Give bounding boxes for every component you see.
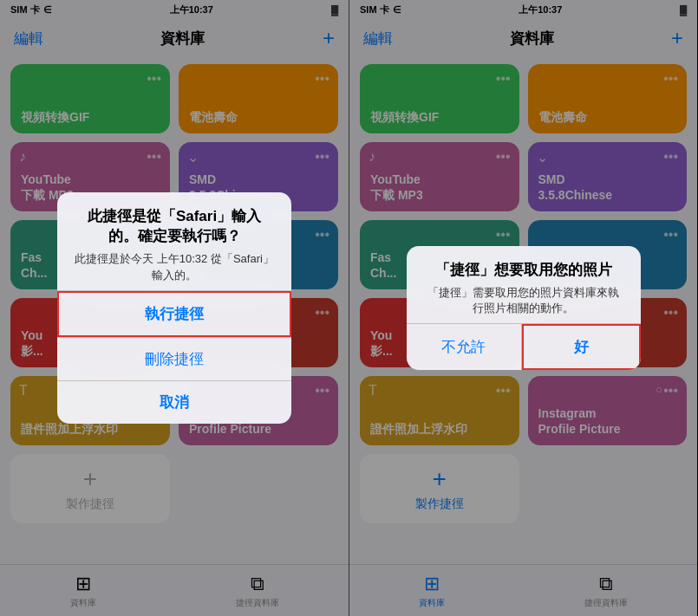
confirm-button[interactable]: 好 bbox=[522, 324, 641, 370]
modal-desc: 此捷徑是於今天 上午10:32 從「Safari」輸入的。 bbox=[75, 251, 274, 282]
modal-two-buttons: 不允許 好 bbox=[407, 323, 641, 370]
delete-button[interactable]: 刪除捷徑 bbox=[57, 338, 291, 380]
modal-desc: 「捷徑」需要取用您的照片資料庫來執行照片相關的動作。 bbox=[424, 285, 623, 316]
left-modal-box: 此捷徑是從「Safari」輸入的。確定要執行嗎？ 此捷徑是於今天 上午10:32… bbox=[57, 192, 291, 423]
left-screen: SIM 卡 ∈ 上午10:37 ▓ 編輯 資料庫 + ••• 視頻转換GIF •… bbox=[0, 0, 349, 616]
left-modal-overlay: 此捷徑是從「Safari」輸入的。確定要執行嗎？ 此捷徑是於今天 上午10:32… bbox=[0, 0, 349, 616]
right-screen: SIM 卡 ∈ 上午10:37 ▓ 編輯 資料庫 + ••• 視頻转換GIF •… bbox=[349, 0, 697, 616]
right-modal-box: 「捷徑」想要取用您的照片 「捷徑」需要取用您的照片資料庫來執行照片相關的動作。 … bbox=[407, 246, 641, 370]
deny-button[interactable]: 不允許 bbox=[407, 324, 523, 370]
modal-content: 「捷徑」想要取用您的照片 「捷徑」需要取用您的照片資料庫來執行照片相關的動作。 bbox=[407, 246, 641, 323]
modal-title: 「捷徑」想要取用您的照片 bbox=[424, 260, 623, 280]
right-modal-overlay: 「捷徑」想要取用您的照片 「捷徑」需要取用您的照片資料庫來執行照片相關的動作。 … bbox=[349, 0, 697, 616]
execute-button[interactable]: 執行捷徑 bbox=[57, 291, 291, 337]
modal-title: 此捷徑是從「Safari」輸入的。確定要執行嗎？ bbox=[75, 206, 274, 246]
cancel-button[interactable]: 取消 bbox=[57, 381, 291, 424]
modal-content: 此捷徑是從「Safari」輸入的。確定要執行嗎？ 此捷徑是於今天 上午10:32… bbox=[57, 192, 291, 289]
